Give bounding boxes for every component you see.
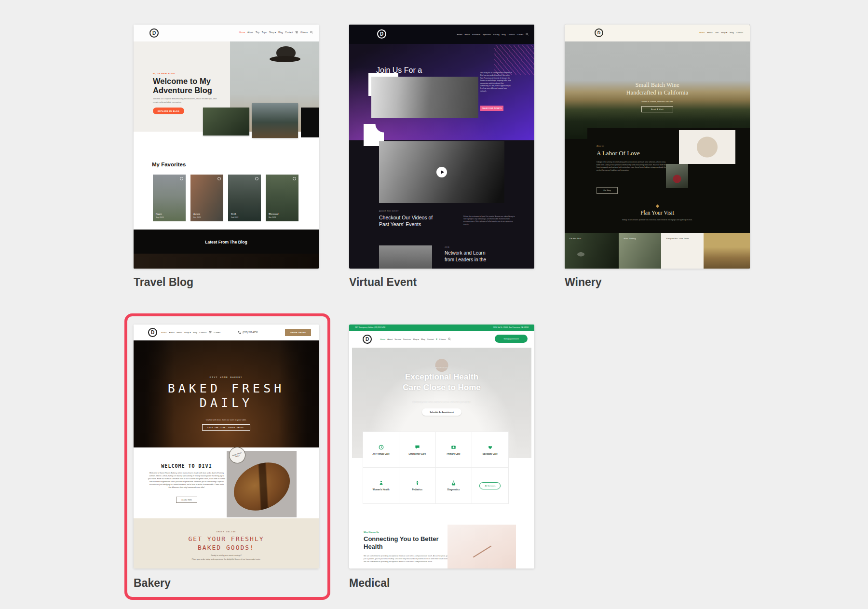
winery-hero-photo: Small Batch Wine Handcrafted in Californ… [565,41,750,139]
compass-icon [217,177,221,180]
winery-hero-title-2: Handcrafted in California [565,89,750,96]
service-card: Emergency Care [399,432,435,468]
winery-hero-cta-button: Book A Visit [641,106,673,112]
child-icon [415,480,420,486]
first-aid-icon [451,445,456,450]
favorite-name: Aurora [193,213,200,215]
event-speakers-photo [371,77,478,118]
event-join-eyebrow: JOIN [445,246,449,248]
winery-tile-tasting: Wine Tasting [619,233,661,269]
medical-why-title-1: Connecting You to Better [364,535,439,542]
cart-icon [295,31,298,34]
bakery-hero-title-1: BAKED FRESH [134,381,319,395]
template-label-bakery[interactable]: Bakery [134,577,171,590]
compass-icon [293,177,296,180]
service-card: Diagnostics [436,468,472,503]
favorite-name: Hagen [156,213,162,215]
bakery-hero-title-2: DAILY [134,396,319,410]
search-icon [526,33,529,36]
nav-item: About [247,31,253,34]
winery-mini-nav: Home About Join Shop ▾ Blog Contact [699,31,743,34]
bakery-order-section: ORDER ONLINE GET YOUR FRESHLY BAKED GOOD… [134,518,319,568]
compass-icon [255,177,258,180]
cart-count: 0 items [439,338,446,340]
pencil-shape [473,545,491,557]
cart-count: 0 items [517,33,524,36]
bakery-hero: DIVI HOME BAKERY BAKED FRESH DAILY Craft… [134,340,319,447]
winery-about-cta-button: Our Story [597,187,618,194]
cart-icon [209,331,212,334]
favorite-date: Feb 2022 [231,217,238,218]
travel-photo-lake [252,103,298,138]
template-label-virtual-event[interactable]: Virtual Event [349,276,417,289]
template-label-winery[interactable]: Winery [565,276,601,289]
favorite-card: Orvik Feb 2022 [228,175,261,221]
person-icon [379,480,384,486]
medical-hero-title-2: Care Close to Home [352,383,531,392]
template-card-medical[interactable]: 24/7 Emergency Hotline: (91) 251-5458 12… [349,325,534,568]
nav-item: Contact [736,31,743,34]
bakery-order-eyebrow: ORDER ONLINE [134,530,319,533]
chat-icon [415,445,420,450]
bakery-order-text-2: Place your order today and experience th… [134,558,319,560]
travel-footer-title: Latest From The Blog [134,240,319,244]
hat-brim-shape [270,56,300,62]
winery-hero-title-1: Small Batch Wine [565,81,750,89]
nav-item: Schedule [472,33,480,36]
winery-tile-hill [704,233,750,269]
tile-label: Vineyard & Cellar Tours [666,237,689,240]
event-mini-header: D Home About Schedule Speakers Pricing B… [349,25,534,44]
event-about-eyebrow: ABOUT THE EVENT [379,210,399,212]
bakery-hero-sub: Crafted with love, from our oven to your… [134,419,319,421]
medical-why-photo [448,525,516,568]
favorite-card: Sherwood Mar 2023 [266,175,298,221]
nav-item: Home [457,33,462,36]
event-about-text: Relive the excitement of past Divi event… [463,216,516,226]
divi-logo: D [377,29,386,39]
favorite-date: Sept 2024 [156,217,163,218]
get-appointment-button: Get Appointment [495,335,528,343]
nav-item: Pricing [493,33,500,36]
nav-item: Shop ▾ [413,338,419,340]
event-join-title-2: from Leaders in the [445,257,486,262]
template-label-travel-blog[interactable]: Travel Blog [134,276,193,289]
travel-hero-eyebrow: HI, I'M MARI BLOG [153,72,175,75]
service-card: 24/7 Virtual Care [363,432,399,468]
bakery-phone: (235) 352-4258 [243,331,258,334]
nav-item: About [387,338,393,340]
favorite-name: Orvik [231,213,236,215]
nav-item: Shop ▾ [184,331,191,334]
divi-logo: D [595,28,603,37]
bakery-order-title-2: BAKED GOODS! [134,544,319,551]
nav-item: Shop ▾ [269,31,276,34]
medical-why-text: We are committed to providing exceptiona… [364,555,455,564]
travel-hero-title-2: Adventure Blog [153,86,212,95]
template-card-travel-blog[interactable]: D Home About Trip Trips Shop ▾ Blog Cont… [134,25,319,269]
service-card: Primary Care [436,432,472,468]
nav-item: About [464,33,470,36]
winery-hero-sub: Rooted in Tradition, Perfected Over Time [565,101,750,103]
nav-item: Contact [199,331,206,334]
nav-item: Blog [421,338,425,340]
phone-icon [238,331,241,334]
nav-item: Home [161,331,167,334]
nav-item: Services [403,338,411,340]
stripes-decoration [494,45,534,75]
winery-plate-photo [679,130,735,164]
template-card-winery[interactable]: D Home About Join Shop ▾ Blog Contact Sm… [565,25,750,269]
schedule-appointment-button: Schedule An Appointment [422,408,461,416]
favorite-card: Hagen Sept 2024 [153,175,186,221]
bakery-order-title-1: GET YOUR FRESHLY [134,535,319,542]
service-card: Pediatrics [399,468,435,503]
event-join-title-1: Network and Learn [445,250,486,256]
event-about-title-2: Past Years' Events [379,221,421,227]
winery-about-eyebrow: About Us [597,145,604,147]
medical-services-grid: 24/7 Virtual Care Emergency Care Primary… [363,432,509,504]
template-card-bakery[interactable]: D Home About Menu Shop ▾ Blog Contact 0 … [134,325,319,568]
clock-icon [379,445,384,450]
template-label-medical[interactable]: Medical [349,577,390,590]
play-icon [436,167,447,177]
medical-why-eyebrow: Why Choose Us [364,531,379,533]
template-card-virtual-event[interactable]: D Home About Schedule Speakers Pricing B… [349,25,534,269]
winery-visit-text: Indulge in our exclusive premium wine co… [609,219,705,221]
